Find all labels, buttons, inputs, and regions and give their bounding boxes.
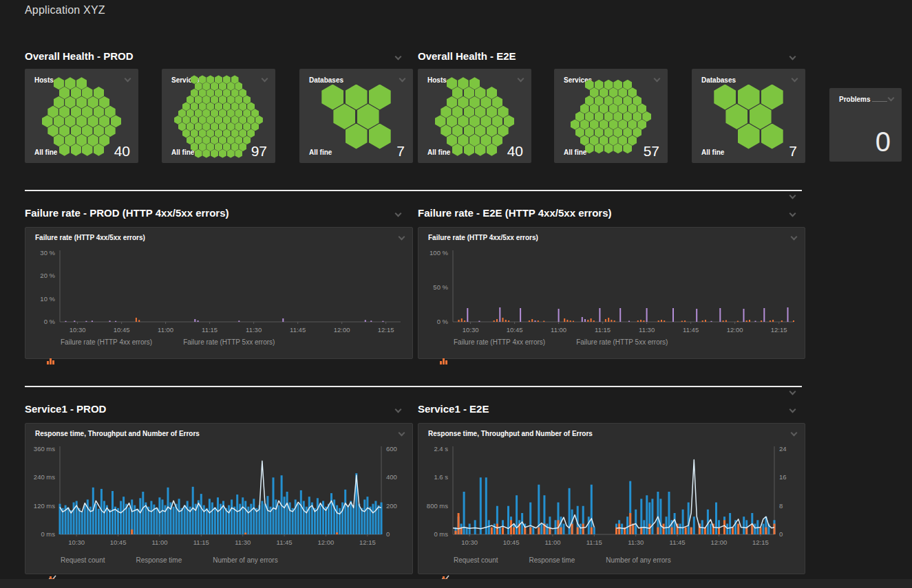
tile-status: All fine [701,149,724,156]
service1-prod-chart[interactable]: 360 ms240 ms120 ms0 ms600400200010:3010:… [26,443,412,547]
health-tile-hosts-e2e[interactable]: Hosts All fine 40 [418,69,531,163]
chevron-down-icon[interactable] [789,193,796,199]
svg-text:12:00: 12:00 [711,538,728,546]
bar-chart-icon [198,556,209,564]
legend-label: Number of any errors [606,556,670,564]
legend-label: Request count [454,556,498,564]
honeycomb [305,85,407,148]
honeycomb [423,85,526,148]
health-tile-databases-prod[interactable]: Databases All fine 7 [299,69,413,163]
chevron-down-icon[interactable] [789,406,796,413]
chart-title: Response time, Throughput and Number of … [428,430,593,437]
dashboard-title: Application XYZ [25,4,105,17]
chevron-down-icon[interactable] [395,406,402,413]
legend-label: Response time [136,556,182,564]
svg-text:10:30: 10:30 [70,326,86,334]
svg-text:11:30: 11:30 [639,326,655,334]
chevron-down-icon[interactable] [789,389,796,395]
chevron-down-icon[interactable] [125,76,131,83]
svg-text:11:45: 11:45 [683,326,699,334]
tile-count: 97 [251,143,267,160]
chevron-down-icon[interactable] [518,76,524,83]
section-header-overall-health-prod: Overall Health - PROD [25,50,134,62]
legend-item[interactable]: Failure rate (HTTP 5xx errors) [169,338,275,346]
failure-rate-prod-chart[interactable]: 30 %20 %10 %0 %10:3010:4511:0011:1511:30… [26,247,412,335]
tile-count: 7 [789,143,797,160]
svg-text:0 ms: 0 ms [41,530,55,538]
chevron-down-icon[interactable] [792,76,798,83]
bar-chart-icon [46,338,56,346]
tile-count: 57 [644,143,659,160]
dashboard: Application XYZ Overall Health - PROD Ov… [0,0,912,588]
bar-chart-icon [439,338,449,346]
svg-text:24: 24 [779,445,787,453]
chevron-down-icon[interactable] [791,234,798,241]
legend-label: Failure rate (HTTP 5xx errors) [183,338,275,346]
tile-status: All fine [309,149,332,156]
svg-text:12:15: 12:15 [771,326,787,334]
svg-text:11:00: 11:00 [551,326,566,334]
honeycomb [697,85,800,148]
svg-text:200: 200 [386,502,397,510]
svg-text:100 %: 100 % [430,249,448,257]
legend-label: Failure rate (HTTP 5xx errors) [576,338,668,346]
chevron-down-icon[interactable] [262,76,268,83]
service1-e2e-tile[interactable]: Response time, Throughput and Number of … [418,423,805,574]
svg-text:30 %: 30 % [40,249,55,257]
chevron-down-icon[interactable] [789,210,796,217]
svg-text:10:45: 10:45 [110,538,127,546]
bar-chart-icon [169,338,179,346]
svg-text:10:30: 10:30 [68,538,85,546]
chevron-down-icon[interactable] [789,54,796,61]
legend-label: Request count [61,556,105,564]
chevron-down-icon[interactable] [654,76,661,83]
chevron-down-icon[interactable] [399,76,406,83]
health-tile-databases-e2e[interactable]: Databases All fine 7 [692,69,805,163]
line-chart-icon [515,556,525,564]
legend-item[interactable]: Request count [46,556,105,564]
chart-legend: Request count Response time Number of an… [439,556,671,564]
section-header-failure-prod: Failure rate - PROD (HTTP 4xx/5xx errors… [25,207,229,219]
service1-prod-tile[interactable]: Response time, Throughput and Number of … [25,423,413,574]
tile-label: Problems [839,96,871,103]
failure-rate-e2e-tile[interactable]: Failure rate (HTTP 4xx/5xx errors) 100 %… [418,227,805,359]
legend-item[interactable]: Number of any errors [591,556,670,564]
health-tile-services-e2e[interactable]: Services All fine 57 [554,69,668,163]
chevron-down-icon[interactable] [395,54,402,61]
legend-item[interactable]: Request count [439,556,498,564]
problems-tile[interactable]: Problems 0 [829,88,902,162]
legend-item[interactable]: Response time [122,556,182,564]
svg-text:0 ms: 0 ms [434,530,448,538]
svg-text:120 ms: 120 ms [34,502,55,510]
tile-count: 40 [114,143,130,160]
legend-item[interactable]: Failure rate (HTTP 4xx errors) [439,338,545,346]
legend-item[interactable]: Number of any errors [198,556,277,564]
tile-label: Databases [309,76,343,84]
bar-chart-icon [591,556,602,564]
svg-text:1.6 s: 1.6 s [434,473,448,481]
failure-rate-e2e-chart[interactable]: 100 %50 %0 %10:3010:4511:0011:1511:3011:… [419,247,805,335]
chevron-down-icon[interactable] [888,95,895,102]
svg-text:2.4 s: 2.4 s [434,445,448,453]
svg-text:600: 600 [386,445,397,453]
legend-item[interactable]: Failure rate (HTTP 5xx errors) [562,338,668,346]
legend-item[interactable]: Response time [515,556,575,564]
svg-text:11:30: 11:30 [628,538,644,546]
svg-text:11:15: 11:15 [586,538,602,546]
tile-status: All fine [171,149,194,156]
health-tile-services-prod[interactable]: Services All fine 97 [162,69,275,163]
svg-text:16: 16 [779,473,787,481]
svg-text:8: 8 [779,502,783,510]
chevron-down-icon[interactable] [791,430,798,437]
problems-count: 0 [876,127,891,157]
chevron-down-icon[interactable] [399,430,405,437]
health-tile-hosts-prod[interactable]: Hosts All fine 40 [25,69,138,163]
failure-rate-prod-tile[interactable]: Failure rate (HTTP 4xx/5xx errors) 30 %2… [25,227,413,359]
chart-legend: Failure rate (HTTP 4xx errors) Failure r… [46,338,275,346]
chevron-down-icon[interactable] [399,234,405,241]
svg-text:800 ms: 800 ms [427,502,448,510]
service1-e2e-chart[interactable]: 2.4 s1.6 s800 ms0 ms24168010:3010:4511:0… [419,443,805,547]
chevron-down-icon[interactable] [395,210,402,217]
legend-item[interactable]: Failure rate (HTTP 4xx errors) [46,338,152,346]
svg-text:11:45: 11:45 [290,326,306,334]
